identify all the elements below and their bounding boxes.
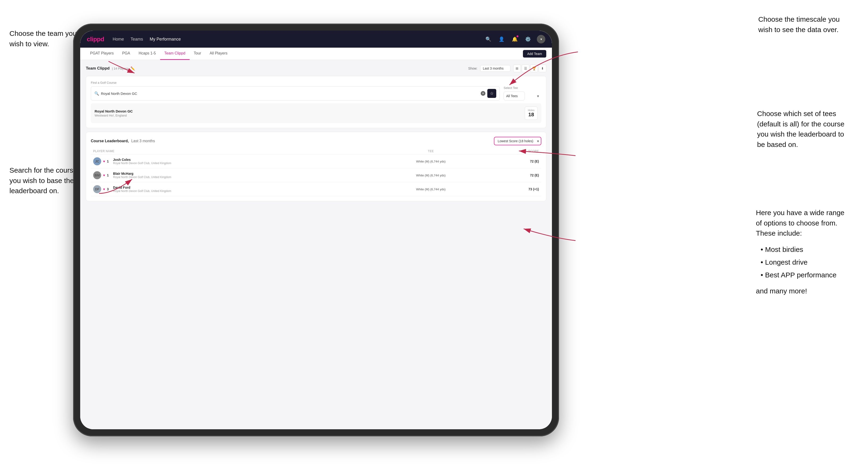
subnav-pgat[interactable]: PGAT Players [86, 48, 118, 60]
leaderboard-table: PLAYER NAME TEE SCORE JC ♥ [91, 148, 541, 196]
navbar: clippd Home Teams My Performance 🔍 👤 🔔 ⚙… [80, 31, 552, 48]
team-header: Team Clippd | 14 Players ✏️ Show: Last 3… [86, 65, 546, 72]
avatar-bm: BM [93, 171, 101, 179]
col-tee: TEE [373, 148, 489, 154]
app-logo: clippd [87, 36, 104, 43]
subnav-team-clippd[interactable]: Team Clippd [160, 48, 190, 60]
holes-number: 18 [528, 112, 534, 118]
player-count: | 14 Players [112, 67, 128, 70]
tablet-frame: clippd Home Teams My Performance 🔍 👤 🔔 ⚙… [73, 24, 559, 436]
search-magnifier-icon: 🔍 [94, 91, 99, 96]
player-row-2: BM ♥ 1 Blair McHarg Royal North Devon Go… [93, 171, 370, 179]
tee-selector[interactable]: All Tees White Yellow Red [503, 92, 525, 100]
table-row[interactable]: BM ♥ 1 Blair McHarg Royal North Devon Go… [91, 168, 541, 182]
subnav-tour[interactable]: Tour [190, 48, 206, 60]
bullet-item-2: Longest drive [761, 256, 844, 269]
annotation-top-right: Choose the timescale youwish to see the … [758, 14, 840, 35]
score-type-selector[interactable]: Lowest Score (18 holes) Most Birdies Lon… [494, 137, 541, 145]
course-result-row[interactable]: Royal North Devon GC Westward Ho!, Engla… [91, 103, 541, 123]
col-player: PLAYER NAME [91, 148, 373, 154]
holes-badge: Holes 18 [525, 106, 537, 120]
trophy-view-button[interactable]: 🏆 [530, 65, 538, 72]
team-title: Team Clippd | 14 Players ✏️ [86, 66, 135, 71]
rank-2: 1 [107, 173, 111, 177]
rank-1: 1 [107, 159, 111, 163]
find-course-label: Find a Golf Course [91, 81, 500, 85]
score-3: 73 (+1) [489, 182, 541, 196]
settings-icon[interactable]: ⚙️ [524, 35, 532, 43]
player-name-2: Blair McHarg [113, 172, 171, 176]
subnav-pga[interactable]: PGA [118, 48, 134, 60]
player-info-2: Blair McHarg Royal North Devon Golf Club… [113, 172, 171, 179]
leaderboard-subtitle: Last 3 months [131, 139, 155, 143]
table-row[interactable]: DF ♥ 3 David Ford Royal North Devon Golf… [91, 182, 541, 196]
course-name: Royal North Devon GC [95, 109, 133, 113]
app-container: clippd Home Teams My Performance 🔍 👤 🔔 ⚙… [80, 31, 552, 429]
search-icon[interactable]: 🔍 [484, 35, 493, 43]
bullet-item-1: Most birdies [761, 243, 844, 256]
holes-label: Holes [528, 109, 534, 112]
nav-my-performance[interactable]: My Performance [150, 37, 181, 42]
avatar-df: DF [93, 185, 101, 193]
player-row-1: JC ♥ 1 Josh Coles Royal North Devon Golf… [93, 157, 370, 165]
player-name-3: David Ford [113, 186, 171, 189]
search-clear-button[interactable]: ✕ [481, 91, 486, 96]
table-row[interactable]: JC ♥ 1 Josh Coles Royal North Devon Golf… [91, 154, 541, 168]
tee-info-2: White (M) (6,744 yds) [373, 168, 489, 182]
and-more-text: and many more! [756, 287, 844, 295]
heart-icon-3: ♥ [103, 187, 105, 191]
add-team-button[interactable]: Add Team [523, 50, 546, 58]
heart-icon-2: ♥ [103, 173, 105, 177]
player-name-1: Josh Coles [113, 158, 171, 161]
nav-teams[interactable]: Teams [131, 37, 143, 42]
course-result-info: Royal North Devon GC Westward Ho!, Engla… [95, 109, 133, 117]
list-view-button[interactable]: ☰ [522, 65, 529, 72]
subnav-hcaps[interactable]: Hcaps 1-5 [134, 48, 160, 60]
edit-team-icon[interactable]: ✏️ [130, 66, 135, 71]
show-controls: Show: Last 3 months Last month Last 6 mo… [468, 65, 546, 72]
col-score: SCORE [489, 148, 541, 154]
heart-icon-1: ♥ [103, 159, 105, 163]
player-club-3: Royal North Devon Golf Club, United King… [113, 189, 171, 193]
course-search-box[interactable]: 🔍 ✕ ☆ [91, 86, 500, 100]
time-period-select[interactable]: Last 3 months Last month Last 6 months L… [480, 65, 510, 72]
leaderboard-header: Course Leaderboard, Last 3 months Lowest… [91, 137, 541, 145]
leaderboard-card: Course Leaderboard, Last 3 months Lowest… [86, 132, 546, 201]
grid-view-button[interactable]: ⊞ [513, 65, 521, 72]
tee-info-3: White (M) (6,744 yds) [373, 182, 489, 196]
course-finder-card: Find a Golf Course 🔍 ✕ ☆ Select Tee [86, 76, 546, 128]
main-content: Team Clippd | 14 Players ✏️ Show: Last 3… [80, 60, 552, 429]
people-icon[interactable]: 👤 [497, 35, 506, 43]
score-2: 72 (E) [489, 168, 541, 182]
tablet-screen: clippd Home Teams My Performance 🔍 👤 🔔 ⚙… [80, 31, 552, 429]
subnav-all-players[interactable]: All Players [206, 48, 232, 60]
player-club-2: Royal North Devon Golf Club, United King… [113, 176, 171, 179]
bullet-item-3: Best APP performance [761, 269, 844, 281]
annotation-middle-right: Choose which set of tees(default is all)… [757, 108, 844, 150]
download-button[interactable]: ⬇ [539, 65, 546, 72]
subnav: PGAT Players PGA Hcaps 1-5 Team Clippd T… [80, 48, 552, 60]
user-avatar[interactable]: ▾ [537, 35, 545, 43]
player-row-3: DF ♥ 3 David Ford Royal North Devon Golf… [93, 185, 370, 193]
nav-home[interactable]: Home [113, 37, 124, 42]
avatar-jc: JC [93, 157, 101, 165]
course-location: Westward Ho!, England [95, 114, 133, 117]
leaderboard-title: Course Leaderboard, Last 3 months [91, 139, 155, 143]
rank-3: 3 [107, 187, 111, 191]
search-star-button[interactable]: ☆ [487, 89, 496, 98]
player-info-3: David Ford Royal North Devon Golf Club, … [113, 186, 171, 193]
navbar-nav: Home Teams My Performance [113, 37, 484, 42]
show-label: Show: [468, 66, 477, 70]
tee-info-1: White (M) (6,744 yds) [373, 154, 489, 168]
score-1: 72 (E) [489, 154, 541, 168]
notification-icon[interactable]: 🔔 [510, 35, 519, 43]
annotation-bottom-right: Here you have a wide rangeof options to … [756, 208, 844, 295]
tee-select-group: Select Tee All Tees White Yellow Red ▾ [503, 86, 541, 100]
navbar-icons: 🔍 👤 🔔 ⚙️ ▾ [484, 35, 545, 43]
view-icons: ⊞ ☰ 🏆 ⬇ [513, 65, 546, 72]
select-tee-label: Select Tee [503, 86, 541, 90]
annotation-middle-left: Search for the courseyou wish to base th… [9, 165, 77, 196]
player-club-1: Royal North Devon Golf Club, United King… [113, 161, 171, 165]
course-search-input[interactable] [101, 92, 479, 96]
player-info-1: Josh Coles Royal North Devon Golf Club, … [113, 158, 171, 165]
